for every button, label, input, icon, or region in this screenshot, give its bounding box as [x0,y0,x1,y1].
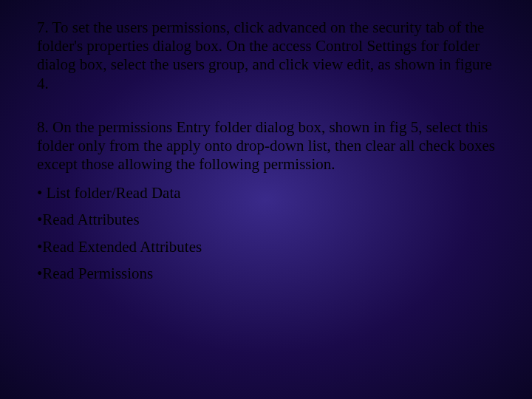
list-item: Read Extended Attributes [37,238,495,256]
list-item: Read Permissions [37,265,495,282]
slide: 7. To set the users permissions, click a… [0,0,532,399]
step-7-text: 7. To set the users permissions, click a… [37,18,495,93]
permission-bullets: List folder/Read Data Read Attributes Re… [37,184,495,282]
list-item: Read Attributes [37,211,495,228]
list-item: List folder/Read Data [37,184,495,202]
step-8-text: 8. On the permissions Entry folder dialo… [37,118,495,174]
